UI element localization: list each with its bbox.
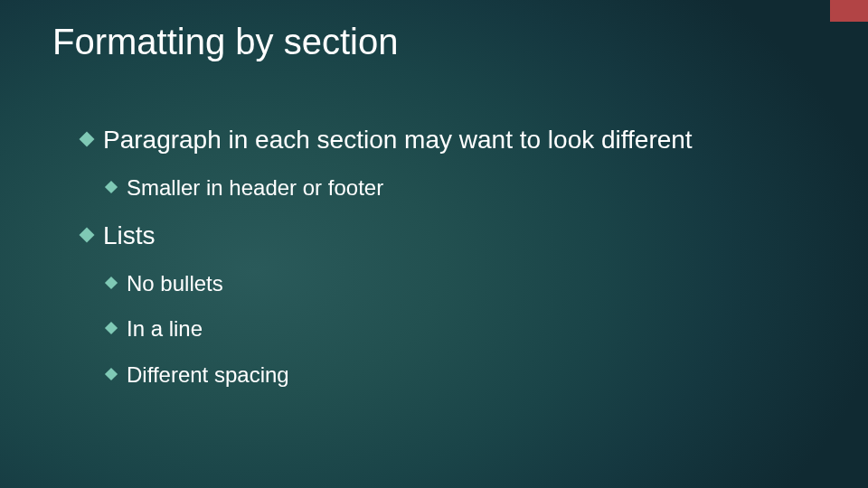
slide-content: Paragraph in each section may want to lo… — [81, 123, 814, 406]
diamond-bullet-icon — [105, 368, 118, 380]
diamond-bullet-icon — [80, 228, 95, 243]
list-item: No bullets — [107, 269, 814, 298]
bullet-text: Paragraph in each section may want to lo… — [103, 123, 814, 157]
list-item: Lists — [81, 219, 814, 253]
diamond-bullet-icon — [80, 132, 95, 147]
list-item: In a line — [107, 314, 814, 343]
bullet-text: Lists — [103, 219, 814, 253]
accent-corner — [830, 0, 868, 22]
diamond-bullet-icon — [105, 322, 118, 334]
diamond-bullet-icon — [105, 181, 118, 193]
list-item: Smaller in header or footer — [107, 174, 814, 202]
diamond-bullet-icon — [105, 277, 118, 289]
bullet-text: No bullets — [127, 269, 814, 298]
bullet-text: In a line — [127, 314, 814, 343]
slide-title: Formatting by section — [52, 22, 398, 62]
list-item: Different spacing — [107, 361, 814, 389]
list-item: Paragraph in each section may want to lo… — [81, 123, 814, 157]
slide: Formatting by section Paragraph in each … — [0, 0, 868, 488]
bullet-text: Different spacing — [127, 361, 814, 389]
bullet-text: Smaller in header or footer — [127, 174, 814, 202]
